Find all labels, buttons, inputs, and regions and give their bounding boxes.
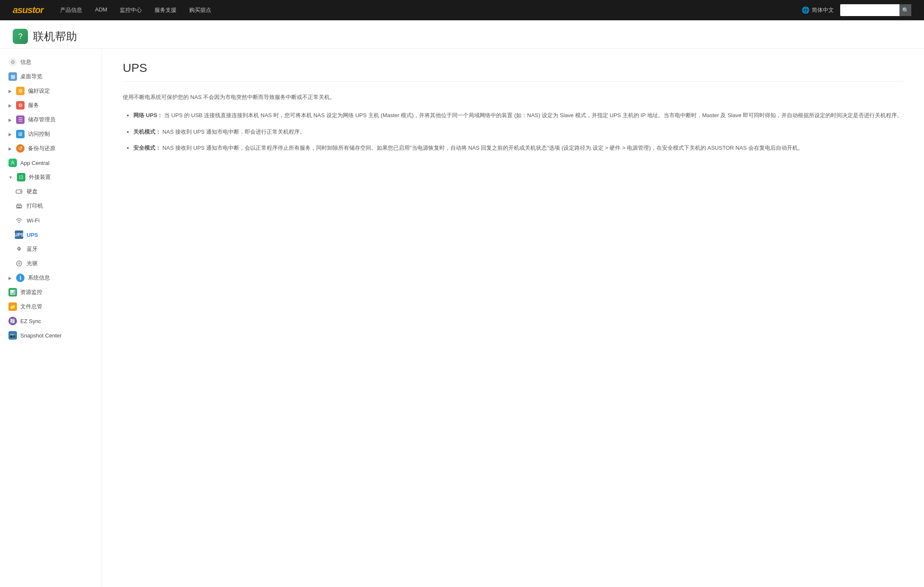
preferences-icon: ⚙ xyxy=(16,87,25,95)
external-children: 硬盘 打印机 Wi-Fi UPS xyxy=(0,184,101,271)
chevron-right-icon: ▶ xyxy=(8,118,12,122)
sidebar-label-snapshot: Snapshot Center xyxy=(20,332,62,339)
sidebar-label-services: 服务 xyxy=(28,101,39,109)
svg-point-5 xyxy=(19,222,20,223)
svg-point-6 xyxy=(17,261,22,266)
sidebar-group-header-sysinfo[interactable]: ▶ ℹ 系统信息 xyxy=(0,271,101,285)
main-content: UPS 使用不断电系统可保护您的 NAS 不会因为市电突然中断而导致服务中断或不… xyxy=(102,49,924,587)
services-icon: ⚙ xyxy=(16,101,25,110)
svg-rect-4 xyxy=(17,207,21,208)
sidebar-label-info: 信息 xyxy=(20,58,31,66)
sidebar-label-ups: UPS xyxy=(27,232,38,238)
sidebar-group-header-external[interactable]: ▼ ⊡ 外接装置 xyxy=(0,170,101,184)
chevron-down-icon: ▼ xyxy=(8,175,13,180)
page-header-icon: ? xyxy=(13,29,28,44)
optical-icon xyxy=(15,259,23,268)
snapshot-icon: 📷 xyxy=(8,331,17,340)
search-icon: 🔍 xyxy=(902,7,909,14)
list-item: 安全模式： NAS 接收到 UPS 通知市电中断，会以正常程序停止所有服务，同时… xyxy=(133,143,903,153)
sidebar-label-access: 访问控制 xyxy=(28,130,50,138)
content-intro: 使用不断电系统可保护您的 NAS 不会因为市电突然中断而导致服务中断或不正常关机… xyxy=(123,92,903,102)
sidebar-item-ez-sync[interactable]: 🔄 EZ Sync xyxy=(0,314,101,328)
chevron-right-icon: ▶ xyxy=(8,276,12,280)
language-selector[interactable]: 🌐 简体中文 xyxy=(802,6,834,14)
list-item: 关机模式： NAS 接收到 UPS 通知市电中断，即会进行正常关机程序。 xyxy=(133,127,903,137)
content-title: UPS xyxy=(123,61,903,82)
bullet-label-1: 关机模式： xyxy=(133,129,161,135)
sidebar-label-sysinfo: 系统信息 xyxy=(28,274,50,282)
search-box: 🔍 xyxy=(840,4,911,16)
help-icon: ? xyxy=(18,32,22,41)
sidebar-label-external: 外接装置 xyxy=(29,173,51,181)
sidebar-item-info[interactable]: ⚙ 信息 xyxy=(0,55,101,69)
sidebar-item-wifi[interactable]: Wi-Fi xyxy=(6,213,101,228)
logo: asustor xyxy=(13,5,43,16)
sidebar-item-ups[interactable]: UPS UPS xyxy=(6,228,101,242)
sidebar-item-hdd[interactable]: 硬盘 xyxy=(6,184,101,199)
globe-icon: 🌐 xyxy=(802,6,810,14)
chevron-right-icon: ▶ xyxy=(8,103,12,108)
external-icon: ⊡ xyxy=(17,173,25,181)
nav-links: 产品信息 ADM 监控中心 服务支援 购买据点 xyxy=(60,6,785,14)
sidebar-group-external: ▼ ⊡ 外接装置 硬盘 打印机 xyxy=(0,170,101,271)
nav-monitoring[interactable]: 监控中心 xyxy=(120,6,142,14)
nav-adm[interactable]: ADM xyxy=(95,6,107,14)
nav-purchase[interactable]: 购买据点 xyxy=(189,6,211,14)
sidebar-item-snapshot[interactable]: 📷 Snapshot Center xyxy=(0,328,101,343)
nav-support[interactable]: 服务支援 xyxy=(154,6,177,14)
sidebar-label-hdd: 硬盘 xyxy=(27,188,38,195)
page-title: 联机帮助 xyxy=(33,29,77,44)
chevron-right-icon: ▶ xyxy=(8,89,12,93)
sidebar-label-app-central: App Central xyxy=(20,160,50,166)
sidebar-label-filemanager: 文件总管 xyxy=(20,303,42,310)
sidebar-group-storage: ▶ ☰ 储存管理员 xyxy=(0,112,101,127)
sidebar-item-resource[interactable]: 📊 资源监控 xyxy=(0,285,101,299)
sidebar-label-desktop: 桌面导览 xyxy=(20,73,42,80)
info-icon: ⚙ xyxy=(8,58,17,66)
bullet-label-0: 网络 UPS： xyxy=(133,112,163,118)
sidebar-item-desktop[interactable]: ▦ 桌面导览 xyxy=(0,69,101,84)
sidebar-label-bluetooth: 蓝牙 xyxy=(27,245,38,253)
bullet-text-0: 当 UPS 的 USB 连接线直接连接到本机 NAS 时，您可将本机 NAS 设… xyxy=(164,112,902,118)
svg-point-1 xyxy=(20,191,22,192)
content-list: 网络 UPS： 当 UPS 的 USB 连接线直接连接到本机 NAS 时，您可将… xyxy=(123,110,903,153)
nav-product-info[interactable]: 产品信息 xyxy=(60,6,82,14)
page-header: ? 联机帮助 xyxy=(0,20,924,49)
sidebar-item-printer[interactable]: 打印机 xyxy=(6,199,101,213)
sidebar-group-header-storage[interactable]: ▶ ☰ 储存管理员 xyxy=(0,112,101,127)
printer-icon xyxy=(15,202,23,210)
sidebar-label-optical: 光驱 xyxy=(27,260,38,267)
sysinfo-icon: ℹ xyxy=(16,274,25,282)
sidebar-item-filemanager[interactable]: 📁 文件总管 xyxy=(0,299,101,314)
sidebar-group-preferences: ▶ ⚙ 偏好设定 xyxy=(0,84,101,98)
sidebar-group-header-services[interactable]: ▶ ⚙ 服务 xyxy=(0,98,101,112)
sidebar-item-bluetooth[interactable]: 蓝牙 xyxy=(6,242,101,256)
list-item: 网络 UPS： 当 UPS 的 USB 连接线直接连接到本机 NAS 时，您可将… xyxy=(133,110,903,120)
sidebar-label-wifi: Wi-Fi xyxy=(27,217,39,224)
chevron-right-icon: ▶ xyxy=(8,146,12,151)
sidebar-label-storage: 储存管理员 xyxy=(28,116,55,123)
bullet-text-2: NAS 接收到 UPS 通知市电中断，会以正常程序停止所有服务，同时卸除所有储存… xyxy=(163,145,803,151)
sidebar-group-header-preferences[interactable]: ▶ ⚙ 偏好设定 xyxy=(0,84,101,98)
app-central-icon: A xyxy=(8,159,17,167)
search-input[interactable] xyxy=(840,4,899,16)
chevron-right-icon: ▶ xyxy=(8,132,12,137)
sidebar-item-app-central[interactable]: A App Central xyxy=(0,156,101,170)
sidebar-group-header-backup[interactable]: ▶ ↺ 备份与还原 xyxy=(0,141,101,156)
search-button[interactable]: 🔍 xyxy=(899,4,911,16)
sidebar-label-resource: 资源监控 xyxy=(20,288,42,296)
ez-sync-icon: 🔄 xyxy=(8,317,17,325)
bullet-text-1: NAS 接收到 UPS 通知市电中断，即会进行正常关机程序。 xyxy=(163,129,305,135)
sidebar-group-header-access[interactable]: ▶ ⊞ 访问控制 xyxy=(0,127,101,141)
resource-icon: 📊 xyxy=(8,288,17,296)
main-layout: ⚙ 信息 ▦ 桌面导览 ▶ ⚙ 偏好设定 ▶ ⚙ 服务 xyxy=(0,49,924,587)
bluetooth-icon xyxy=(15,245,23,253)
storage-icon: ☰ xyxy=(16,115,25,124)
sidebar-label-ez-sync: EZ Sync xyxy=(20,318,41,324)
sidebar-item-optical[interactable]: 光驱 xyxy=(6,256,101,271)
svg-point-7 xyxy=(18,263,20,264)
filemanager-icon: 📁 xyxy=(8,302,17,311)
backup-icon: ↺ xyxy=(16,144,25,153)
sidebar-label-backup: 备份与还原 xyxy=(28,145,55,152)
sidebar: ⚙ 信息 ▦ 桌面导览 ▶ ⚙ 偏好设定 ▶ ⚙ 服务 xyxy=(0,49,102,587)
